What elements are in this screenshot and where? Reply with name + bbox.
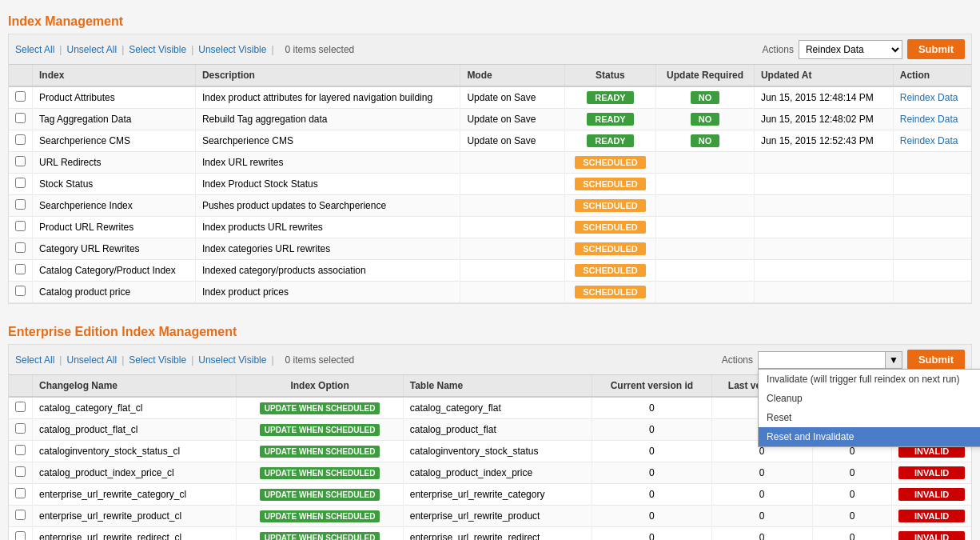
index-mode	[460, 238, 564, 260]
th-updated-at: Updated At	[754, 65, 893, 86]
index-action	[893, 260, 971, 282]
update-scheduled-badge: UPDATE WHEN SCHEDULED	[260, 532, 380, 541]
invalid-status-cell: INVALID	[892, 462, 971, 484]
row-checkbox[interactable]	[15, 221, 26, 231]
index-update-required	[656, 260, 755, 282]
index-description: Indexed category/products association	[195, 260, 460, 282]
table-name: catalog_category_flat	[403, 397, 592, 419]
current-version: 0	[592, 484, 711, 506]
section-2: Enterprise Edition Index Management Sele…	[8, 318, 972, 540]
row-checkbox[interactable]	[15, 113, 26, 123]
unselect-visible-2[interactable]: Unselect Visible	[198, 354, 266, 366]
menu-item-reset-invalidate[interactable]: Reset and Invalidate	[759, 427, 980, 446]
row-checkbox[interactable]	[15, 242, 26, 253]
section-1-title: Index Management	[8, 8, 972, 34]
index-updated-at	[754, 282, 893, 303]
index-action	[893, 282, 971, 303]
row-checkbox[interactable]	[15, 488, 26, 498]
row-checkbox-cell	[9, 260, 33, 282]
index-mode	[460, 152, 564, 174]
index-option: UPDATE WHEN SCHEDULED	[237, 462, 403, 484]
row-checkbox-cell	[9, 419, 33, 441]
index-description: Index product prices	[195, 282, 460, 303]
row-checkbox[interactable]	[15, 199, 26, 210]
last-version: 0	[711, 484, 812, 506]
table2-row: enterprise_url_rewrite_category_cl UPDAT…	[9, 484, 971, 506]
submit-btn-1[interactable]: Submit	[907, 39, 965, 59]
index-name: Product URL Rewrites	[33, 217, 196, 238]
row-checkbox[interactable]	[15, 510, 26, 520]
actions-input-2[interactable]	[759, 352, 885, 368]
row-checkbox[interactable]	[15, 402, 26, 412]
actions-label-2: Actions	[722, 354, 753, 366]
status-badge-ready: READY	[587, 91, 634, 104]
index-mode: Update on Save	[460, 130, 564, 152]
status-badge-scheduled: SCHEDULED	[575, 286, 645, 298]
menu-item-reset[interactable]: Reset	[759, 408, 980, 427]
index-name: Category URL Rewrites	[33, 238, 196, 260]
changelog-name: enterprise_url_rewrite_redirect_cl	[33, 527, 237, 541]
row-checkbox[interactable]	[15, 445, 26, 455]
actions-menu-2: Invalidate (will trigger full reindex on…	[758, 369, 980, 447]
row-checkbox[interactable]	[15, 156, 26, 166]
row-checkbox-cell	[9, 174, 33, 195]
table1-row: Stock Status Index Product Stock Status …	[9, 174, 971, 195]
changelog-name: enterprise_url_rewrite_category_cl	[33, 484, 237, 506]
row-checkbox[interactable]	[15, 423, 26, 434]
submit-btn-2[interactable]: Submit	[907, 350, 965, 370]
index-update-required	[656, 195, 755, 217]
row-checkbox-cell	[9, 397, 33, 419]
changelog-name: catalog_product_flat_cl	[33, 419, 237, 441]
unselect-all-2[interactable]: Unselect All	[66, 354, 117, 366]
reindex-link[interactable]: Reindex Data	[900, 114, 958, 125]
row-checkbox-cell	[9, 238, 33, 260]
index-updated-at	[754, 195, 893, 217]
update-req-badge: NO	[691, 91, 720, 104]
select-visible-1[interactable]: Select Visible	[129, 44, 186, 55]
row-checkbox[interactable]	[15, 466, 26, 477]
select-all-1[interactable]: Select All	[15, 44, 54, 55]
row-checkbox[interactable]	[15, 286, 26, 296]
row-checkbox-cell	[9, 130, 33, 152]
menu-item-cleanup[interactable]: Cleanup	[759, 389, 980, 408]
index-option: UPDATE WHEN SCHEDULED	[237, 419, 403, 441]
dropdown-arrow-2[interactable]: ▼	[885, 352, 902, 368]
index-update-required	[656, 282, 755, 303]
actions-dropdown-1[interactable]: Reindex Data	[799, 40, 902, 59]
menu-item-invalidate[interactable]: Invalidate (will trigger full reindex on…	[759, 370, 980, 389]
changelog-name: catalog_product_index_price_cl	[33, 462, 237, 484]
unselect-all-1[interactable]: Unselect All	[66, 44, 117, 55]
index-action	[893, 152, 971, 174]
th-index: Index	[33, 65, 196, 86]
index-name: URL Redirects	[33, 152, 196, 174]
table1-row: Searchperience CMS Searchperience CMS Up…	[9, 130, 971, 152]
changelog-name: catalog_category_flat_cl	[33, 397, 237, 419]
index-update-required: NO	[656, 86, 755, 109]
row-checkbox-cell	[9, 86, 33, 109]
row-checkbox[interactable]	[15, 91, 26, 102]
select-all-2[interactable]: Select All	[15, 354, 54, 366]
index-mode	[460, 282, 564, 303]
index-name: Searchperience CMS	[33, 130, 196, 152]
index-status: READY	[564, 86, 656, 109]
th-update-required: Update Required	[656, 65, 755, 86]
table1-row: Catalog Category/Product Index Indexed c…	[9, 260, 971, 282]
update-scheduled-badge: UPDATE WHEN SCHEDULED	[260, 424, 380, 436]
status-badge-ready: READY	[587, 113, 634, 126]
row-checkbox[interactable]	[15, 264, 26, 274]
index-description: Index product attributes for layered nav…	[195, 86, 460, 109]
index-description: Index Product Stock Status	[195, 174, 460, 195]
select-visible-2[interactable]: Select Visible	[129, 354, 186, 366]
index-updated-at	[754, 152, 893, 174]
invalid-badge: INVALID	[898, 488, 965, 501]
reindex-link[interactable]: Reindex Data	[900, 92, 958, 103]
toolbar-1: Select All | Unselect All | Select Visib…	[9, 34, 971, 65]
row-checkbox[interactable]	[15, 178, 26, 188]
row-checkbox[interactable]	[15, 134, 26, 145]
row-checkbox-cell	[9, 527, 33, 541]
reindex-link[interactable]: Reindex Data	[900, 135, 958, 146]
row-checkbox-cell	[9, 195, 33, 217]
unselect-visible-1[interactable]: Unselect Visible	[198, 44, 266, 55]
row-checkbox[interactable]	[15, 531, 26, 540]
status-badge-scheduled: SCHEDULED	[575, 156, 645, 169]
